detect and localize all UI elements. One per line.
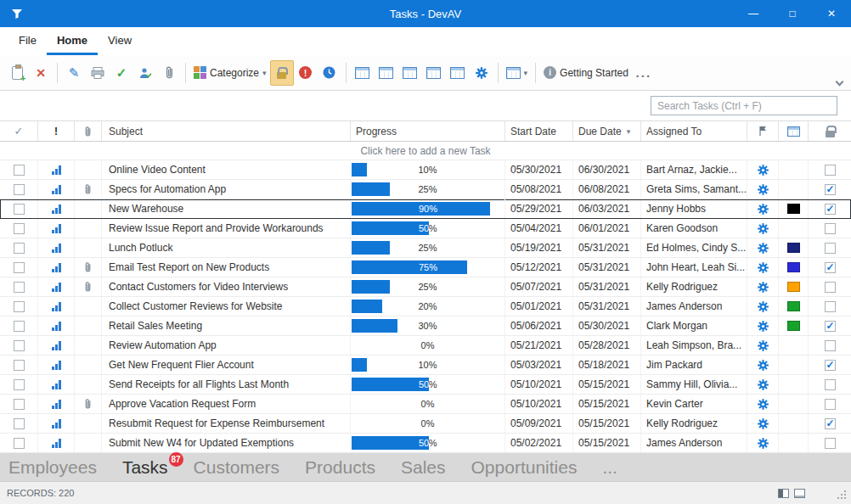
followup-cell[interactable] — [747, 375, 779, 394]
table-row[interactable]: Submit New W4 for Updated Exemptions50%5… — [0, 434, 851, 453]
start-date-cell[interactable]: 05/10/2021 — [505, 375, 573, 394]
gear-icon[interactable] — [758, 262, 769, 273]
row-checkbox[interactable] — [14, 379, 25, 390]
table-row[interactable]: Contact Customers for Video Interviews25… — [0, 277, 851, 297]
assigned-to-column-header[interactable]: Assigned To — [641, 121, 747, 141]
table-row[interactable]: Specs for Automation App25%25%05/08/2021… — [0, 180, 851, 199]
category-cell[interactable] — [779, 180, 809, 199]
gear-icon[interactable] — [758, 223, 769, 234]
followup-cell[interactable] — [747, 336, 779, 355]
progress-cell[interactable]: 50%50% — [351, 434, 505, 452]
tab-employees[interactable]: Employees — [8, 457, 97, 478]
getting-started-button[interactable]: i Getting Started — [540, 60, 632, 86]
category-cell[interactable] — [779, 395, 809, 413]
due-date-cell[interactable]: 05/31/2021 — [573, 297, 641, 316]
filter-caret-icon[interactable]: ▾ — [627, 127, 631, 136]
progress-cell[interactable]: 0%0% — [351, 395, 505, 413]
category-cell[interactable] — [779, 199, 809, 218]
layout-toggle-icon-2[interactable] — [794, 489, 805, 498]
row-checkbox[interactable] — [14, 340, 25, 351]
grid-view-4-button[interactable] — [422, 60, 446, 86]
private-column-header[interactable] — [809, 121, 851, 141]
subject-cell[interactable]: Resubmit Request for Expense Reimburseme… — [102, 414, 351, 433]
start-date-cell[interactable]: 05/29/2021 — [505, 199, 573, 218]
due-date-cell[interactable]: 06/01/2021 — [573, 219, 641, 238]
start-date-cell[interactable]: 05/07/2021 — [505, 277, 573, 296]
gear-icon[interactable] — [758, 184, 769, 195]
category-cell[interactable] — [779, 160, 809, 179]
assigned-to-cell[interactable]: James Anderson — [641, 434, 747, 452]
start-date-cell[interactable]: 05/10/2021 — [505, 395, 573, 413]
due-date-cell[interactable]: 05/31/2021 — [573, 238, 641, 257]
priority-cell[interactable] — [38, 336, 75, 355]
category-cell[interactable] — [779, 219, 809, 238]
gear-icon[interactable] — [758, 301, 769, 312]
grid-view-1-button[interactable] — [351, 60, 375, 86]
assigned-to-cell[interactable]: Kevin Carter — [641, 395, 747, 413]
private-checkbox[interactable] — [825, 399, 836, 410]
subject-cell[interactable]: Approve Vacation Request Form — [102, 395, 351, 413]
start-date-cell[interactable]: 05/19/2021 — [505, 238, 573, 257]
private-checkbox[interactable] — [825, 204, 836, 215]
row-checkbox[interactable] — [14, 204, 25, 215]
subject-cell[interactable]: Lunch Potluck — [102, 238, 351, 257]
private-checkbox[interactable] — [825, 360, 836, 371]
private-checkbox[interactable] — [825, 321, 836, 332]
category-cell[interactable] — [779, 316, 809, 335]
menu-home[interactable]: Home — [47, 27, 98, 55]
priority-cell[interactable] — [38, 316, 75, 335]
row-checkbox[interactable] — [14, 262, 25, 273]
subject-cell[interactable]: Review Automation App — [102, 336, 351, 355]
private-checkbox[interactable] — [825, 223, 836, 234]
tab-more[interactable]: ... — [602, 457, 617, 478]
subject-cell[interactable]: Contact Customers for Video Interviews — [102, 277, 351, 296]
category-column-header[interactable] — [779, 121, 809, 141]
assigned-to-cell[interactable]: Bart Arnaz, Jackie... — [641, 160, 747, 179]
flag-column-header[interactable] — [747, 121, 779, 141]
category-cell[interactable] — [779, 297, 809, 316]
priority-cell[interactable] — [38, 395, 75, 413]
assigned-to-cell[interactable]: Greta Sims, Samant... — [641, 180, 747, 199]
priority-cell[interactable] — [38, 238, 75, 257]
gear-icon[interactable] — [758, 399, 769, 410]
assigned-to-cell[interactable]: Jenny Hobbs — [641, 199, 747, 218]
priority-cell[interactable] — [38, 219, 75, 238]
subject-cell[interactable]: Collect Customer Reviews for Website — [102, 297, 351, 316]
assigned-to-cell[interactable]: Karen Goodson — [641, 219, 747, 238]
private-checkbox[interactable] — [825, 438, 836, 449]
followup-cell[interactable] — [747, 356, 779, 374]
gear-icon[interactable] — [758, 379, 769, 390]
progress-cell[interactable]: 75%75% — [351, 258, 505, 277]
priority-cell[interactable] — [38, 160, 75, 179]
table-row[interactable]: Review Automation App0%0%05/21/202105/28… — [0, 336, 851, 356]
due-date-cell[interactable]: 05/30/2021 — [573, 316, 641, 335]
private-checkbox[interactable] — [825, 301, 836, 312]
category-cell[interactable] — [779, 414, 809, 433]
start-date-cell[interactable]: 05/08/2021 — [505, 180, 573, 199]
category-cell[interactable] — [779, 356, 809, 374]
tab-products[interactable]: Products — [305, 457, 375, 478]
start-date-cell[interactable]: 05/30/2021 — [505, 160, 573, 179]
row-checkbox[interactable] — [14, 223, 25, 234]
followup-cell[interactable] — [747, 277, 779, 296]
gear-icon[interactable] — [758, 204, 769, 215]
followup-cell[interactable] — [747, 258, 779, 277]
subject-column-header[interactable]: Subject — [102, 121, 351, 141]
due-date-cell[interactable]: 05/18/2021 — [573, 356, 641, 374]
followup-cell[interactable] — [747, 297, 779, 316]
category-cell[interactable] — [779, 258, 809, 277]
row-checkbox[interactable] — [14, 184, 25, 195]
subject-cell[interactable]: Get New Frequent Flier Account — [102, 356, 351, 374]
gear-icon[interactable] — [758, 165, 769, 176]
tab-customers[interactable]: Customers — [194, 457, 280, 478]
start-date-cell[interactable]: 05/12/2021 — [505, 258, 573, 277]
due-date-cell[interactable]: 05/15/2021 — [573, 434, 641, 452]
priority-cell[interactable] — [38, 414, 75, 433]
followup-cell[interactable] — [747, 160, 779, 179]
category-cell[interactable] — [779, 375, 809, 394]
followup-cell[interactable] — [747, 395, 779, 413]
row-checkbox[interactable] — [14, 165, 25, 176]
gear-icon[interactable] — [758, 321, 769, 332]
new-task-button[interactable] — [5, 60, 29, 86]
private-toggle-button[interactable] — [270, 60, 294, 86]
